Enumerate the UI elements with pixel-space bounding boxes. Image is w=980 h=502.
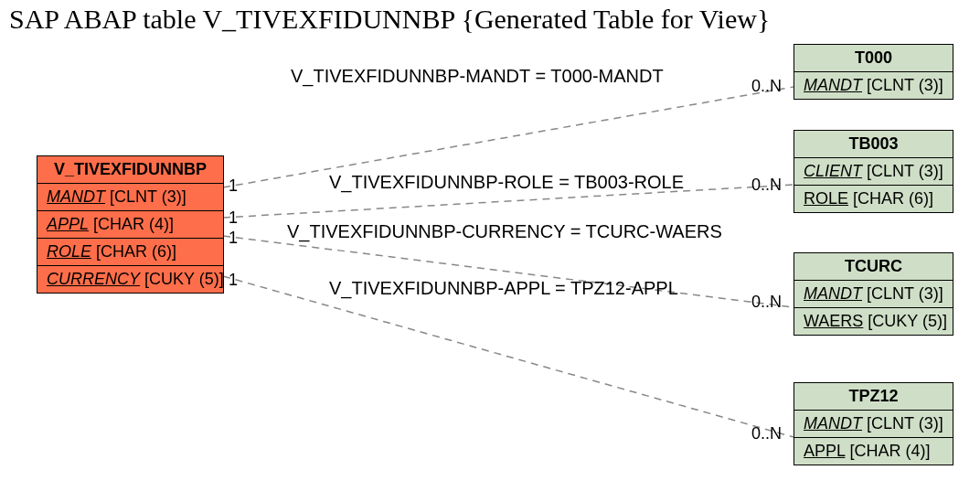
entity-tcurc: TCURC MANDT [CLNT (3)] WAERS [CUKY (5)] [794, 252, 953, 336]
entity-row: ROLE [CHAR (6)] [794, 186, 953, 212]
entity-row: WAERS [CUKY (5)] [794, 308, 953, 335]
entity-t000: T000 MANDT [CLNT (3)] [794, 44, 953, 100]
entity-source-row: MANDT [CLNT (3)] [37, 184, 223, 211]
page-title: SAP ABAP table V_TIVEXFIDUNNBP {Generate… [9, 4, 770, 35]
field-name: APPL [804, 442, 845, 460]
cardinality-target: 0..N [751, 77, 782, 96]
field-type: [CLNT (3)] [867, 414, 943, 433]
relation-label: V_TIVEXFIDUNNBP-APPL = TPZ12-APPL [329, 278, 678, 299]
field-name: APPL [47, 215, 89, 233]
cardinality-target: 0..N [751, 176, 782, 195]
field-type: [CLNT (3)] [867, 76, 943, 94]
entity-row: APPL [CHAR (4)] [794, 438, 953, 465]
cardinality-source: 1 [229, 176, 238, 196]
field-name: MANDT [804, 414, 862, 433]
entity-row: CLIENT [CLNT (3)] [794, 158, 953, 186]
entity-header: TCURC [794, 253, 953, 281]
field-name: CLIENT [804, 162, 862, 180]
svg-line-3 [223, 276, 794, 437]
cardinality-source: 1 [229, 271, 238, 290]
field-type: [CHAR (4)] [849, 442, 930, 460]
field-type: [CUKY (5)] [868, 312, 947, 330]
cardinality-target: 0..N [751, 293, 782, 312]
relation-label: V_TIVEXFIDUNNBP-CURRENCY = TCURC-WAERS [287, 221, 722, 242]
cardinality-source: 1 [229, 208, 238, 228]
entity-row: MANDT [CLNT (3)] [794, 72, 953, 99]
entity-source-row: CURRENCY [CUKY (5)] [37, 266, 223, 293]
entity-header: TB003 [794, 131, 953, 158]
entity-source-header: V_TIVEXFIDUNNBP [37, 156, 223, 184]
field-name: WAERS [804, 312, 863, 330]
entity-tpz12: TPZ12 MANDT [CLNT (3)] APPL [CHAR (4)] [794, 382, 953, 465]
entity-row: MANDT [CLNT (3)] [794, 281, 953, 308]
entity-source: V_TIVEXFIDUNNBP MANDT [CLNT (3)] APPL [C… [37, 155, 224, 294]
relation-label: V_TIVEXFIDUNNBP-MANDT = T000-MANDT [291, 66, 664, 87]
field-name: MANDT [804, 76, 862, 94]
cardinality-source: 1 [229, 229, 238, 248]
cardinality-target: 0..N [751, 424, 782, 443]
field-name: ROLE [804, 189, 848, 208]
field-type: [CHAR (6)] [853, 189, 933, 208]
field-type: [CUKY (5)] [144, 270, 224, 288]
entity-source-row: ROLE [CHAR (6)] [37, 239, 223, 266]
field-name: MANDT [47, 187, 105, 206]
field-type: [CHAR (6)] [96, 242, 176, 261]
entity-source-row: APPL [CHAR (4)] [37, 211, 223, 239]
entity-header: TPZ12 [794, 383, 953, 411]
field-name: MANDT [804, 284, 862, 303]
entity-header: T000 [794, 45, 953, 72]
field-type: [CLNT (3)] [867, 162, 943, 180]
entity-row: MANDT [CLNT (3)] [794, 411, 953, 438]
field-name: ROLE [47, 242, 91, 261]
field-name: CURRENCY [47, 270, 140, 288]
field-type: [CHAR (4)] [93, 215, 174, 233]
entity-tb003: TB003 CLIENT [CLNT (3)] ROLE [CHAR (6)] [794, 130, 953, 213]
diagram-stage: SAP ABAP table V_TIVEXFIDUNNBP {Generate… [0, 0, 980, 502]
field-type: [CLNT (3)] [867, 284, 943, 303]
field-type: [CLNT (3)] [110, 187, 186, 206]
relation-label: V_TIVEXFIDUNNBP-ROLE = TB003-ROLE [329, 172, 684, 193]
